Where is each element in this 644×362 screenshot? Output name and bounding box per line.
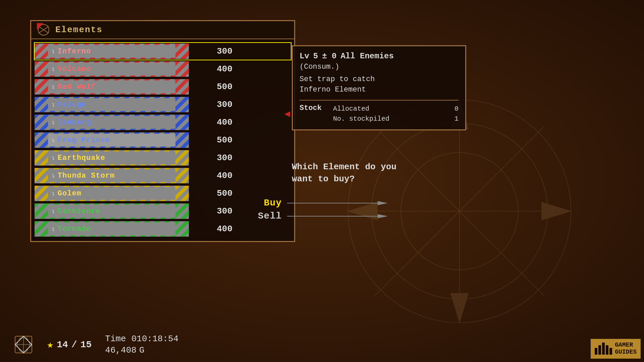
sell-arrow-line	[287, 213, 388, 220]
stripe-inner: ↴ Inferno	[48, 45, 175, 58]
star-rating: ★ 14 / 15	[47, 338, 92, 351]
stripe-inner: ↴ Tornado	[48, 223, 175, 235]
element-stripe: ↴ Deluge	[35, 97, 189, 112]
gamer-guides-logo: GAMER GUIDES	[591, 339, 641, 359]
gg-bar-3	[602, 343, 605, 355]
svg-marker-20	[378, 214, 388, 218]
stock-label: Stock	[300, 104, 326, 112]
element-icon: ↴	[51, 83, 55, 90]
buy-sell-panel: Buy Sell	[255, 198, 388, 221]
selection-arrow: ◀	[284, 108, 290, 119]
element-row-golem[interactable]: ↴ Golem 500	[35, 185, 291, 202]
svg-marker-18	[378, 201, 388, 205]
info-desc: Set trap to catch Inferno Element	[300, 74, 459, 95]
stripe-inner: ↴ Deluge	[48, 98, 175, 111]
element-price: 300	[199, 100, 232, 110]
sell-item[interactable]: Sell	[255, 211, 388, 221]
element-stripe: ↴ Inferno	[35, 44, 189, 59]
star-total: 15	[80, 340, 92, 350]
element-icon: ↴	[51, 119, 55, 126]
element-stripe: ↴ Tornado	[35, 221, 189, 237]
gg-text: GAMER GUIDES	[615, 342, 637, 356]
element-row-tornado[interactable]: ↴ Tornado 400	[35, 221, 291, 237]
star-current: 14	[57, 340, 68, 350]
time-section: Time 010:18:54 46,408 G	[105, 334, 178, 355]
stripe-inner: ↴ Red Wolf	[48, 80, 175, 93]
status-bar: ★ 14 / 15 Time 010:18:54 46,408 G	[13, 334, 631, 355]
element-row-thunda-storm[interactable]: ↴ Thunda Storm 400	[35, 167, 291, 184]
info-lv-value: 5	[313, 52, 318, 61]
element-name: Golem	[58, 189, 82, 198]
element-stripe: ↴ Carnivore	[35, 203, 189, 219]
gg-bar-1	[595, 348, 597, 355]
element-name: Frog Prince	[58, 136, 110, 144]
prompt-line2: want to buy?	[292, 173, 466, 185]
element-row-deluge[interactable]: ↴ Deluge 300	[35, 96, 291, 113]
info-top-row: Lv 5 ± 0 All Enemies	[300, 52, 459, 61]
element-price: 400	[199, 117, 232, 127]
element-row-frog-prince[interactable]: ↴ Frog Prince 500	[35, 132, 291, 148]
element-row-inferno[interactable]: ↴ Inferno 300	[35, 43, 291, 60]
element-name: Deluge	[58, 101, 86, 109]
element-icon: ↴	[51, 225, 55, 233]
gold-row: 46,408 G	[105, 345, 178, 355]
stripe-inner: ↴ Carnivore	[48, 205, 175, 218]
element-row-earthquake[interactable]: ↴ Earthquake 300	[35, 149, 291, 166]
element-row-iceberg[interactable]: ↴ Iceberg 400	[35, 114, 291, 131]
sell-label[interactable]: Sell	[255, 211, 282, 221]
stripe-inner: ↴ Volcano	[48, 63, 175, 75]
element-stripe: ↴ Thunda Storm	[35, 168, 189, 183]
element-stripe: ↴ Volcano	[35, 61, 189, 77]
element-icon: ↴	[51, 154, 55, 162]
gold-unit: G	[139, 345, 145, 355]
element-icon: ↴	[51, 190, 55, 197]
stockpiled-label: No. stockpiled	[333, 114, 389, 124]
element-icon: ↴	[51, 101, 55, 108]
element-name: Tornado	[58, 225, 91, 233]
buy-label[interactable]: Buy	[255, 198, 282, 208]
element-row-red-wolf[interactable]: ↴ Red Wolf 500	[35, 78, 291, 95]
info-panel: Lv 5 ± 0 All Enemies (Consum.) Set trap …	[292, 45, 466, 130]
info-desc-line1: Set trap to catch	[300, 74, 459, 85]
prompt-line1: Which Element do you	[292, 161, 466, 173]
element-price: 300	[199, 153, 232, 163]
allocated-value: 0	[454, 104, 459, 114]
element-name: Earthquake	[58, 154, 105, 162]
element-row-carnivore[interactable]: ↴ Carnivore 300	[35, 203, 291, 220]
element-icon: ↴	[51, 136, 55, 144]
time-value: 010:18:54	[131, 334, 178, 344]
buy-item[interactable]: Buy	[255, 198, 388, 208]
stock-allocated-row: Allocated 0	[333, 104, 459, 114]
stripe-inner: ↴ Thunda Storm	[48, 169, 175, 182]
crystal-icon	[13, 335, 34, 355]
panel-icon	[35, 23, 52, 37]
element-icon: ↴	[51, 172, 55, 179]
stripe-inner: ↴ Earthquake	[48, 152, 175, 164]
element-stripe: ↴ Earthquake	[35, 150, 189, 166]
star-separator: /	[71, 340, 77, 350]
time-row: Time 010:18:54	[105, 334, 178, 344]
element-icon: ↴	[51, 65, 55, 73]
element-name: Inferno	[58, 47, 91, 56]
element-name: Iceberg	[58, 118, 91, 127]
element-name: Volcano	[58, 65, 91, 73]
element-price: 500	[199, 188, 232, 198]
gg-bar-5	[609, 348, 612, 355]
element-stripe: ↴ Iceberg	[35, 115, 189, 130]
element-name: Red Wolf	[58, 83, 96, 91]
element-row-volcano[interactable]: ↴ Volcano 400	[35, 61, 291, 77]
panel-title: Elements	[55, 25, 103, 35]
element-stripe: ↴ Red Wolf	[35, 79, 189, 95]
stripe-inner: ↴ Frog Prince	[48, 134, 175, 146]
element-price: 400	[199, 64, 232, 74]
gg-bars-icon	[595, 343, 612, 355]
element-stripe: ↴ Golem	[35, 186, 189, 201]
element-price: 300	[199, 46, 232, 56]
element-name: Thunda Storm	[58, 172, 115, 180]
stock-details: Allocated 0 No. stockpiled 1	[333, 104, 459, 124]
element-price: 500	[199, 82, 232, 92]
info-stock-row: Stock Allocated 0 No. stockpiled 1	[300, 100, 459, 124]
element-icon: ↴	[51, 207, 55, 215]
stripe-inner: ↴ Iceberg	[48, 116, 175, 129]
element-price: 400	[199, 224, 232, 234]
